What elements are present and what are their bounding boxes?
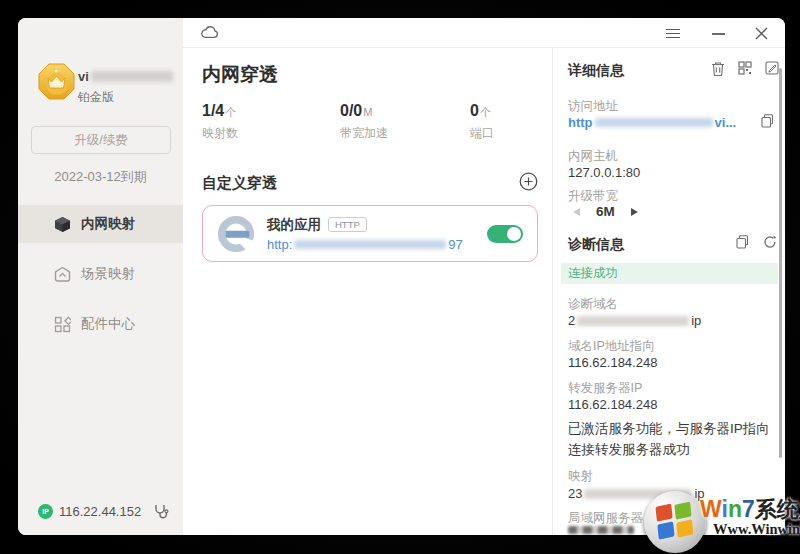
access-blurred (595, 118, 713, 127)
stat-label: 端口 (470, 125, 494, 142)
stat-mappings: 1/4个 映射数 (202, 102, 340, 142)
scene-icon (54, 266, 71, 283)
page-title: 内网穿透 (202, 62, 278, 88)
stat-value: 0 (470, 102, 479, 119)
avatar[interactable] (38, 63, 75, 100)
edit-icon[interactable] (765, 61, 780, 76)
diagnosis-title: 诊断信息 (568, 236, 624, 254)
watermark: Win7系统之家 Www.Winwin7.com (638, 489, 800, 554)
panel-scrollbar[interactable] (779, 68, 782, 458)
stat-label: 带宽加速 (340, 125, 470, 142)
screenshot-background: vi 铂金版 升级/续费 2022-03-12到期 内网映射 场景映射 (0, 0, 800, 554)
watermark-letter: 7 (742, 496, 755, 522)
lan-server-label: 局域网服务器 (568, 510, 643, 527)
bandwidth-stepper: 6M (573, 204, 638, 219)
access-suffix: vi... (715, 115, 737, 130)
watermark-letter: n (728, 496, 742, 522)
activation-message-line2: 连接转发服务器成功 (568, 441, 690, 459)
host-label: 内网主机 (568, 148, 618, 165)
ip-badge-icon: IP (38, 504, 53, 519)
watermark-url: Www.Winwin7.com (713, 521, 800, 538)
expiry-date: 2022-03-12到期 (18, 168, 183, 186)
components-grid-icon (54, 316, 71, 333)
tunnel-url[interactable]: http: 97 (267, 237, 487, 252)
plan-label: 铂金版 (78, 89, 114, 106)
host-value: 127.0.0.1:80 (568, 165, 640, 180)
sidebar-item-scene-mapping[interactable]: 场景映射 (18, 255, 183, 293)
username: vi (78, 69, 173, 84)
stat-bandwidth: 0/0M 带宽加速 (340, 102, 470, 142)
detail-panel: 详细信息 访问地址 http vi... (552, 48, 785, 535)
mapping-label: 映射 (568, 468, 593, 485)
trash-icon[interactable] (711, 61, 726, 76)
sidebar-item-label: 场景映射 (81, 265, 135, 283)
username-blurred (91, 71, 173, 82)
dns-label: 域名IP地址指向 (568, 338, 655, 355)
stats-row: 1/4个 映射数 0/0M 带宽加速 0个 端口 (202, 102, 494, 142)
activation-message-line1: 已激活服务功能，与服务器IP指向 (568, 420, 770, 438)
access-prefix: http (568, 115, 593, 130)
app-e-logo-icon (217, 215, 255, 253)
cloud-icon (200, 24, 220, 44)
tunnel-name: 我的应用 (267, 216, 321, 234)
refresh-icon[interactable] (763, 235, 778, 250)
stat-label: 映射数 (202, 125, 340, 142)
titlebar (183, 18, 785, 48)
sidebar-footer: IP 116.22.44.152 (18, 501, 183, 523)
domain-suffix: ip (691, 313, 701, 328)
copy-icon[interactable] (736, 235, 751, 250)
crown-badge-icon (38, 63, 75, 100)
sidebar: vi 铂金版 升级/续费 2022-03-12到期 内网映射 场景映射 (18, 18, 183, 535)
url-blurred (294, 240, 446, 249)
url-prefix: http: (267, 237, 292, 252)
diagnosis-domain-value: 2 ip (568, 313, 701, 328)
bandwidth-increase-arrow[interactable] (631, 208, 638, 216)
close-icon[interactable] (755, 26, 771, 40)
dns-value: 116.62.184.248 (568, 355, 657, 370)
copy-icon[interactable] (761, 114, 776, 129)
lan-server-blurred (568, 526, 634, 534)
connection-status-badge: 连接成功 (561, 263, 778, 284)
url-suffix: 97 (448, 237, 462, 252)
bandwidth-label: 升级带宽 (568, 188, 618, 205)
cube-icon (54, 216, 71, 233)
stat-value: 1/4 (202, 102, 224, 119)
access-address-link[interactable]: http vi... (568, 115, 736, 130)
protocol-badge: HTTP (328, 217, 367, 232)
sidebar-item-label: 配件中心 (81, 315, 135, 333)
sidebar-item-label: 内网映射 (81, 215, 135, 233)
detail-title: 详细信息 (568, 62, 624, 80)
bandwidth-decrease-arrow[interactable] (573, 208, 580, 216)
tunnel-enable-toggle[interactable] (487, 225, 523, 243)
upgrade-renew-button[interactable]: 升级/续费 (31, 126, 171, 154)
mapping-prefix: 23 (568, 486, 582, 501)
custom-tunnel-section: 自定义穿透 (202, 172, 538, 195)
sidebar-item-intranet-mapping[interactable]: 内网映射 (18, 205, 183, 243)
watermark-letter: W (700, 496, 722, 522)
diagnose-stethoscope-icon[interactable] (153, 503, 169, 523)
username-prefix: vi (78, 69, 89, 84)
stat-unit: 个 (480, 106, 491, 118)
qrcode-icon[interactable] (738, 61, 753, 76)
access-address-label: 访问地址 (568, 98, 618, 115)
tunnel-info: 我的应用 HTTP http: 97 (267, 216, 487, 252)
toggle-knob (507, 227, 521, 241)
watermark-suffix: 系统之家 (755, 497, 800, 522)
stat-unit: M (363, 106, 372, 118)
minimize-icon[interactable] (711, 26, 727, 40)
app-window: vi 铂金版 升级/续费 2022-03-12到期 内网映射 场景映射 (18, 18, 785, 535)
diagnosis-domain-label: 诊断域名 (568, 296, 618, 313)
domain-blurred (577, 316, 689, 326)
menu-hamburger-icon[interactable] (665, 26, 681, 40)
stat-value: 0/0 (340, 102, 362, 119)
stat-unit: 个 (225, 106, 236, 118)
section-title: 自定义穿透 (202, 174, 277, 193)
add-tunnel-button[interactable] (519, 172, 538, 195)
tunnel-card[interactable]: 我的应用 HTTP http: 97 (202, 205, 538, 262)
bandwidth-value: 6M (596, 204, 615, 219)
domain-prefix: 2 (568, 313, 575, 328)
stat-ports: 0个 端口 (470, 102, 494, 142)
forward-server-label: 转发服务器IP (568, 380, 642, 397)
public-ip-address: 116.22.44.152 (59, 504, 141, 519)
sidebar-item-components-center[interactable]: 配件中心 (18, 305, 183, 343)
